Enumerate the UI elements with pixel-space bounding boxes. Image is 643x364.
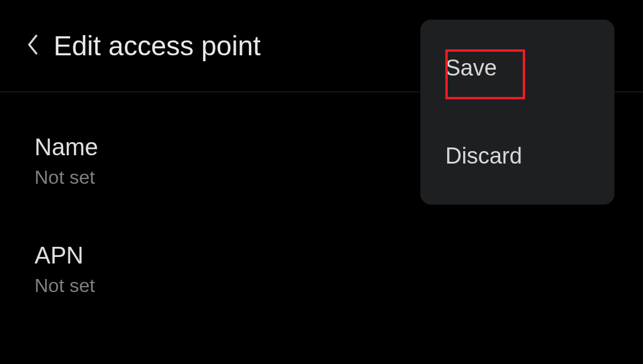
back-button[interactable] bbox=[18, 31, 48, 61]
setting-item-apn[interactable]: APN Not set bbox=[35, 242, 608, 297]
setting-value: Not set bbox=[35, 275, 608, 297]
save-menu-item[interactable]: Save bbox=[445, 49, 589, 87]
page-title: Edit access point bbox=[54, 30, 261, 62]
setting-label: APN bbox=[35, 242, 608, 269]
chevron-left-icon bbox=[26, 33, 40, 58]
popup-menu: Save Discard bbox=[420, 20, 614, 205]
discard-menu-item[interactable]: Discard bbox=[445, 137, 589, 175]
